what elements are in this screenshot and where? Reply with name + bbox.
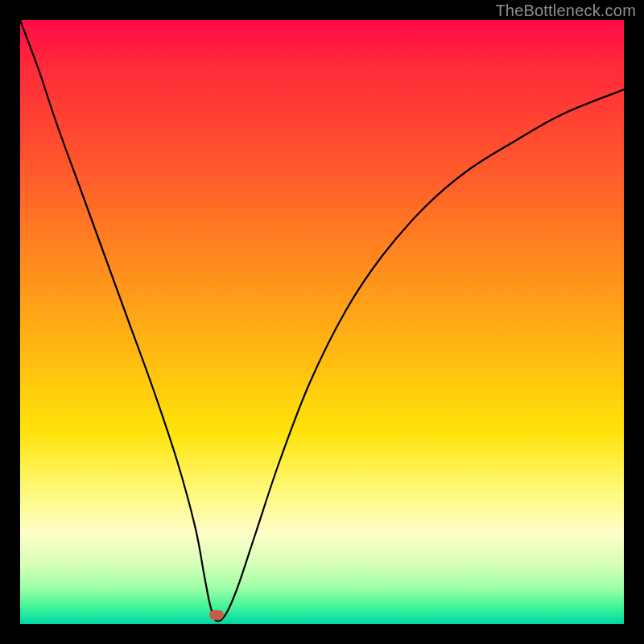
chart-stage: TheBottleneck.com bbox=[0, 0, 644, 644]
watermark-text: TheBottleneck.com bbox=[495, 2, 636, 20]
bottleneck-curve bbox=[20, 20, 624, 624]
minimum-marker bbox=[209, 610, 224, 620]
plot-area bbox=[20, 20, 624, 624]
